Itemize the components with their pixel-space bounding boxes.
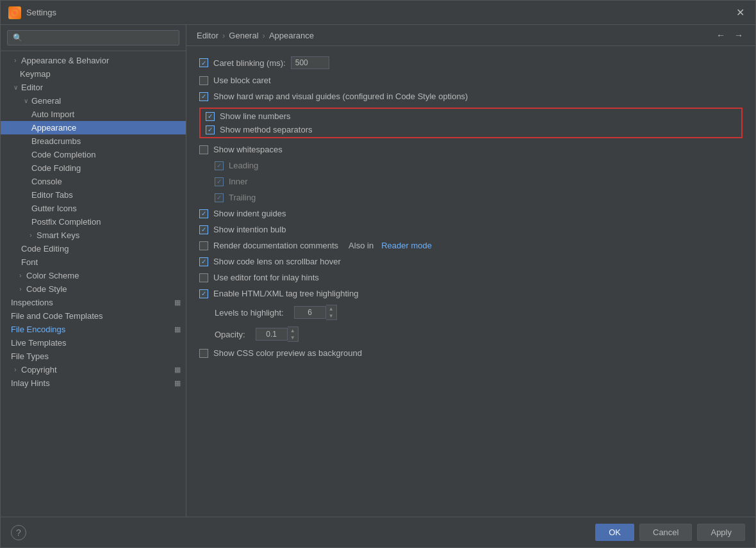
sidebar-item-label: Code Editing: [21, 244, 69, 254]
checkbox-editor-font-inlay[interactable]: [199, 273, 208, 282]
sidebar-item-label: Gutter Icons: [31, 204, 77, 213]
checkbox-render-docs[interactable]: [199, 241, 208, 250]
link-reader-mode[interactable]: Reader mode: [381, 241, 432, 250]
sidebar-item-general[interactable]: ∨ General: [1, 94, 186, 108]
spinner-down-opacity[interactable]: ▼: [288, 334, 298, 341]
close-button[interactable]: ✕: [732, 5, 748, 20]
sidebar-item-color-scheme[interactable]: › Color Scheme: [1, 269, 186, 282]
sidebar-item-label: Copyright: [21, 365, 57, 375]
checkbox-trailing[interactable]: [215, 193, 224, 202]
breadcrumb-nav: ← →: [714, 30, 745, 40]
search-box: [1, 25, 186, 51]
checkbox-hard-wrap[interactable]: [199, 92, 208, 101]
label-css-preview: Show CSS color preview as background: [213, 348, 362, 358]
checkbox-leading[interactable]: [215, 161, 224, 170]
checkbox-code-lens[interactable]: [199, 257, 208, 266]
label-leading: Leading: [229, 161, 258, 170]
title-bar: Settings ✕: [1, 1, 755, 25]
expand-arrow: ›: [16, 272, 25, 279]
setting-indent-guides: Show indent guides: [199, 209, 743, 218]
sidebar-item-label: Postfix Completion: [31, 217, 101, 227]
sidebar-item-label: Breadcrumbs: [31, 136, 81, 146]
sidebar-item-breadcrumbs[interactable]: Breadcrumbs: [1, 134, 186, 148]
sidebar-item-code-folding[interactable]: Code Folding: [1, 161, 186, 175]
sidebar-item-keymap[interactable]: Keymap: [1, 67, 186, 81]
checkbox-inner[interactable]: [215, 177, 224, 186]
sidebar-item-file-types[interactable]: File Types: [1, 350, 186, 363]
sidebar-item-label: Appearance: [31, 123, 76, 133]
spinner-up-levels[interactable]: ▲: [326, 305, 336, 312]
spinner-up-opacity[interactable]: ▲: [288, 327, 298, 334]
sidebar-item-code-completion[interactable]: Code Completion: [1, 148, 186, 161]
apply-button[interactable]: Apply: [697, 524, 745, 541]
sidebar-item-label: Color Scheme: [26, 271, 79, 280]
sidebar-item-file-encodings[interactable]: File Encodings ▦: [1, 323, 186, 336]
sidebar-item-label: Auto Import: [31, 109, 74, 119]
sidebar-item-inspections[interactable]: Inspections ▦: [1, 296, 186, 309]
sidebar-item-editor[interactable]: ∨ Editor: [1, 81, 186, 94]
sidebar-item-auto-import[interactable]: Auto Import: [1, 108, 186, 121]
sidebar-item-code-editing[interactable]: Code Editing: [1, 242, 186, 255]
search-input[interactable]: [7, 30, 179, 45]
spinner-opacity: ▲ ▼: [256, 326, 299, 342]
sidebar-item-copyright[interactable]: › Copyright ▦: [1, 363, 186, 376]
setting-intention-bulb: Show intention bulb: [199, 225, 743, 234]
checkbox-line-numbers[interactable]: [206, 112, 215, 121]
sidebar-item-label: Smart Keys: [37, 230, 79, 240]
checkbox-indent-guides[interactable]: [199, 209, 208, 218]
forward-button[interactable]: →: [732, 30, 745, 40]
sidebar-item-inlay-hints[interactable]: Inlay Hints ▦: [1, 376, 186, 390]
settings-content: Caret blinking (ms): Use block caret Sho…: [186, 46, 755, 517]
label-also-in: Also in: [349, 241, 374, 250]
checkbox-css-preview[interactable]: [199, 349, 208, 358]
sidebar-item-smart-keys[interactable]: › Smart Keys: [1, 229, 186, 242]
sidebar-item-appearance-behavior[interactable]: › Appearance & Behavior: [1, 54, 186, 67]
setting-code-lens: Show code lens on scrollbar hover: [199, 257, 743, 266]
expand-arrow: ∨: [21, 97, 30, 104]
setting-editor-font-inlay: Use editor font for inlay hints: [199, 273, 743, 282]
settings-icon: ▦: [174, 325, 181, 334]
sidebar-item-postfix-completion[interactable]: Postfix Completion: [1, 215, 186, 229]
sidebar-item-appearance[interactable]: Appearance: [1, 121, 186, 134]
checkbox-intention-bulb[interactable]: [199, 225, 208, 234]
checkbox-whitespaces[interactable]: [199, 145, 208, 154]
sidebar-item-label: File and Code Templates: [11, 311, 103, 321]
sidebar-item-file-code-templates[interactable]: File and Code Templates: [1, 309, 186, 323]
label-block-caret: Use block caret: [213, 76, 271, 85]
checkbox-html-xml[interactable]: [199, 289, 208, 298]
sidebar-item-live-templates[interactable]: Live Templates: [1, 336, 186, 350]
main-content: › Appearance & Behavior Keymap ∨ Editor …: [1, 25, 755, 517]
expand-arrow: ›: [11, 366, 20, 373]
setting-opacity: Opacity: ▲ ▼: [215, 326, 743, 342]
label-editor-font-inlay: Use editor font for inlay hints: [213, 273, 319, 282]
sidebar-item-console[interactable]: Console: [1, 175, 186, 188]
sidebar-item-editor-tabs[interactable]: Editor Tabs: [1, 188, 186, 202]
checkbox-caret-blinking[interactable]: [199, 58, 208, 67]
spinner-down-levels[interactable]: ▼: [326, 312, 336, 319]
input-caret-blinking[interactable]: [291, 56, 329, 69]
help-button[interactable]: ?: [11, 525, 26, 540]
setting-block-caret: Use block caret: [199, 76, 743, 85]
ok-button[interactable]: OK: [595, 524, 634, 541]
label-code-lens: Show code lens on scrollbar hover: [213, 257, 341, 266]
sidebar-item-label: Appearance & Behavior: [21, 56, 109, 65]
checkbox-method-separators[interactable]: [206, 125, 215, 134]
sidebar-item-label: Code Folding: [31, 163, 81, 173]
setting-levels-highlight: Levels to highlight: ▲ ▼: [215, 305, 743, 320]
setting-method-separators: Show method separators: [206, 125, 736, 134]
sidebar-item-gutter-icons[interactable]: Gutter Icons: [1, 202, 186, 215]
input-levels[interactable]: [294, 306, 326, 319]
cancel-button[interactable]: Cancel: [639, 524, 692, 541]
label-inner: Inner: [229, 177, 248, 186]
sidebar-item-code-style[interactable]: › Code Style: [1, 282, 186, 296]
sidebar-tree: › Appearance & Behavior Keymap ∨ Editor …: [1, 51, 186, 517]
sidebar-item-font[interactable]: Font: [1, 255, 186, 269]
checkbox-block-caret[interactable]: [199, 76, 208, 85]
title-bar-left: Settings: [8, 6, 56, 19]
input-opacity[interactable]: [256, 328, 288, 341]
window-title: Settings: [26, 8, 56, 17]
breadcrumb-editor[interactable]: Editor: [197, 31, 218, 40]
breadcrumb-general[interactable]: General: [229, 31, 258, 40]
setting-trailing: Trailing: [199, 193, 743, 202]
back-button[interactable]: ←: [714, 30, 727, 40]
